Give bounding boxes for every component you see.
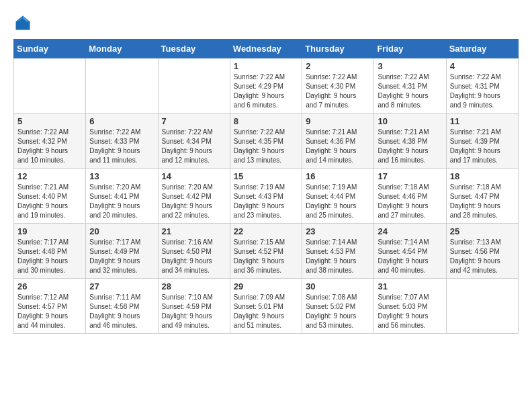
day-info: Sunrise: 7:22 AM Sunset: 4:32 PM Dayligh… bbox=[17, 128, 82, 165]
day-number: 14 bbox=[162, 171, 226, 181]
day-info: Sunrise: 7:20 AM Sunset: 4:41 PM Dayligh… bbox=[89, 183, 154, 220]
calendar-cell: 3Sunrise: 7:22 AM Sunset: 4:31 PM Daylig… bbox=[374, 58, 446, 113]
day-info: Sunrise: 7:22 AM Sunset: 4:30 PM Dayligh… bbox=[306, 73, 370, 110]
day-info: Sunrise: 7:18 AM Sunset: 4:46 PM Dayligh… bbox=[378, 183, 442, 220]
day-number: 23 bbox=[306, 226, 370, 236]
calendar-body: 1Sunrise: 7:22 AM Sunset: 4:29 PM Daylig… bbox=[14, 58, 519, 334]
calendar-week-2: 5Sunrise: 7:22 AM Sunset: 4:32 PM Daylig… bbox=[14, 113, 519, 169]
calendar-cell: 24Sunrise: 7:14 AM Sunset: 4:54 PM Dayli… bbox=[374, 224, 446, 279]
calendar-week-5: 26Sunrise: 7:12 AM Sunset: 4:57 PM Dayli… bbox=[14, 279, 519, 334]
weekday-header-saturday: Saturday bbox=[446, 40, 518, 58]
calendar-cell: 5Sunrise: 7:22 AM Sunset: 4:32 PM Daylig… bbox=[14, 113, 86, 169]
calendar-cell: 13Sunrise: 7:20 AM Sunset: 4:41 PM Dayli… bbox=[86, 169, 158, 224]
calendar-cell: 14Sunrise: 7:20 AM Sunset: 4:42 PM Dayli… bbox=[158, 169, 230, 224]
day-number: 5 bbox=[17, 116, 82, 126]
day-info: Sunrise: 7:22 AM Sunset: 4:33 PM Dayligh… bbox=[89, 128, 154, 165]
day-info: Sunrise: 7:13 AM Sunset: 4:56 PM Dayligh… bbox=[450, 238, 515, 275]
calendar-cell: 17Sunrise: 7:18 AM Sunset: 4:46 PM Dayli… bbox=[374, 169, 446, 224]
day-info: Sunrise: 7:11 AM Sunset: 4:58 PM Dayligh… bbox=[89, 293, 154, 330]
calendar-week-3: 12Sunrise: 7:21 AM Sunset: 4:40 PM Dayli… bbox=[14, 169, 519, 224]
day-number: 25 bbox=[450, 226, 515, 236]
logo bbox=[13, 13, 35, 32]
day-number: 15 bbox=[234, 171, 298, 181]
weekday-header-monday: Monday bbox=[86, 40, 158, 58]
day-number: 16 bbox=[306, 171, 370, 181]
day-info: Sunrise: 7:22 AM Sunset: 4:31 PM Dayligh… bbox=[450, 73, 515, 110]
calendar-cell: 15Sunrise: 7:19 AM Sunset: 4:43 PM Dayli… bbox=[230, 169, 302, 224]
day-number: 7 bbox=[162, 116, 226, 126]
day-info: Sunrise: 7:22 AM Sunset: 4:34 PM Dayligh… bbox=[162, 128, 226, 165]
calendar-cell bbox=[446, 279, 518, 334]
calendar-cell: 31Sunrise: 7:07 AM Sunset: 5:03 PM Dayli… bbox=[374, 279, 446, 334]
day-number: 11 bbox=[450, 116, 515, 126]
day-info: Sunrise: 7:10 AM Sunset: 4:59 PM Dayligh… bbox=[162, 293, 226, 330]
calendar-table: SundayMondayTuesdayWednesdayThursdayFrid… bbox=[13, 39, 519, 334]
day-info: Sunrise: 7:14 AM Sunset: 4:54 PM Dayligh… bbox=[378, 238, 442, 275]
page-header bbox=[13, 13, 519, 32]
calendar-cell bbox=[14, 58, 86, 113]
calendar-cell: 2Sunrise: 7:22 AM Sunset: 4:30 PM Daylig… bbox=[302, 58, 374, 113]
day-number: 4 bbox=[450, 61, 515, 71]
weekday-header-thursday: Thursday bbox=[302, 40, 374, 58]
day-number: 29 bbox=[234, 281, 298, 291]
calendar-cell: 7Sunrise: 7:22 AM Sunset: 4:34 PM Daylig… bbox=[158, 113, 230, 169]
calendar-cell: 19Sunrise: 7:17 AM Sunset: 4:48 PM Dayli… bbox=[14, 224, 86, 279]
day-number: 8 bbox=[234, 116, 298, 126]
calendar-cell: 26Sunrise: 7:12 AM Sunset: 4:57 PM Dayli… bbox=[14, 279, 86, 334]
calendar-cell: 9Sunrise: 7:21 AM Sunset: 4:36 PM Daylig… bbox=[302, 113, 374, 169]
day-number: 19 bbox=[17, 226, 82, 236]
day-info: Sunrise: 7:21 AM Sunset: 4:38 PM Dayligh… bbox=[378, 128, 442, 165]
day-number: 9 bbox=[306, 116, 370, 126]
day-number: 26 bbox=[17, 281, 82, 291]
calendar-cell: 8Sunrise: 7:22 AM Sunset: 4:35 PM Daylig… bbox=[230, 113, 302, 169]
calendar-header: SundayMondayTuesdayWednesdayThursdayFrid… bbox=[14, 40, 519, 58]
weekday-header-row: SundayMondayTuesdayWednesdayThursdayFrid… bbox=[14, 40, 519, 58]
day-info: Sunrise: 7:08 AM Sunset: 5:02 PM Dayligh… bbox=[306, 293, 370, 330]
weekday-header-tuesday: Tuesday bbox=[158, 40, 230, 58]
day-number: 20 bbox=[89, 226, 154, 236]
calendar-cell: 16Sunrise: 7:19 AM Sunset: 4:44 PM Dayli… bbox=[302, 169, 374, 224]
day-number: 28 bbox=[162, 281, 226, 291]
calendar-cell: 28Sunrise: 7:10 AM Sunset: 4:59 PM Dayli… bbox=[158, 279, 230, 334]
calendar-cell: 10Sunrise: 7:21 AM Sunset: 4:38 PM Dayli… bbox=[374, 113, 446, 169]
weekday-header-friday: Friday bbox=[374, 40, 446, 58]
day-info: Sunrise: 7:19 AM Sunset: 4:44 PM Dayligh… bbox=[306, 183, 370, 220]
day-number: 6 bbox=[89, 116, 154, 126]
calendar-cell bbox=[86, 58, 158, 113]
day-info: Sunrise: 7:17 AM Sunset: 4:48 PM Dayligh… bbox=[17, 238, 82, 275]
day-number: 21 bbox=[162, 226, 226, 236]
day-info: Sunrise: 7:22 AM Sunset: 4:29 PM Dayligh… bbox=[234, 73, 298, 110]
logo-icon bbox=[13, 13, 32, 32]
day-info: Sunrise: 7:17 AM Sunset: 4:49 PM Dayligh… bbox=[89, 238, 154, 275]
day-info: Sunrise: 7:16 AM Sunset: 4:50 PM Dayligh… bbox=[162, 238, 226, 275]
day-number: 1 bbox=[234, 61, 298, 71]
calendar-cell: 27Sunrise: 7:11 AM Sunset: 4:58 PM Dayli… bbox=[86, 279, 158, 334]
day-number: 12 bbox=[17, 171, 82, 181]
calendar-cell: 21Sunrise: 7:16 AM Sunset: 4:50 PM Dayli… bbox=[158, 224, 230, 279]
calendar-cell: 25Sunrise: 7:13 AM Sunset: 4:56 PM Dayli… bbox=[446, 224, 518, 279]
day-number: 3 bbox=[378, 61, 442, 71]
calendar-cell: 30Sunrise: 7:08 AM Sunset: 5:02 PM Dayli… bbox=[302, 279, 374, 334]
day-number: 2 bbox=[306, 61, 370, 71]
day-info: Sunrise: 7:18 AM Sunset: 4:47 PM Dayligh… bbox=[450, 183, 515, 220]
day-number: 17 bbox=[378, 171, 442, 181]
weekday-header-wednesday: Wednesday bbox=[230, 40, 302, 58]
calendar-cell: 29Sunrise: 7:09 AM Sunset: 5:01 PM Dayli… bbox=[230, 279, 302, 334]
day-info: Sunrise: 7:15 AM Sunset: 4:52 PM Dayligh… bbox=[234, 238, 298, 275]
calendar-cell: 22Sunrise: 7:15 AM Sunset: 4:52 PM Dayli… bbox=[230, 224, 302, 279]
day-number: 27 bbox=[89, 281, 154, 291]
day-number: 30 bbox=[306, 281, 370, 291]
day-info: Sunrise: 7:22 AM Sunset: 4:35 PM Dayligh… bbox=[234, 128, 298, 165]
day-info: Sunrise: 7:21 AM Sunset: 4:39 PM Dayligh… bbox=[450, 128, 515, 165]
calendar-cell: 20Sunrise: 7:17 AM Sunset: 4:49 PM Dayli… bbox=[86, 224, 158, 279]
weekday-header-sunday: Sunday bbox=[14, 40, 86, 58]
calendar-cell: 23Sunrise: 7:14 AM Sunset: 4:53 PM Dayli… bbox=[302, 224, 374, 279]
day-info: Sunrise: 7:09 AM Sunset: 5:01 PM Dayligh… bbox=[234, 293, 298, 330]
day-info: Sunrise: 7:20 AM Sunset: 4:42 PM Dayligh… bbox=[162, 183, 226, 220]
calendar-week-4: 19Sunrise: 7:17 AM Sunset: 4:48 PM Dayli… bbox=[14, 224, 519, 279]
day-number: 10 bbox=[378, 116, 442, 126]
calendar-cell: 4Sunrise: 7:22 AM Sunset: 4:31 PM Daylig… bbox=[446, 58, 518, 113]
day-number: 22 bbox=[234, 226, 298, 236]
day-info: Sunrise: 7:21 AM Sunset: 4:40 PM Dayligh… bbox=[17, 183, 82, 220]
calendar-cell: 12Sunrise: 7:21 AM Sunset: 4:40 PM Dayli… bbox=[14, 169, 86, 224]
